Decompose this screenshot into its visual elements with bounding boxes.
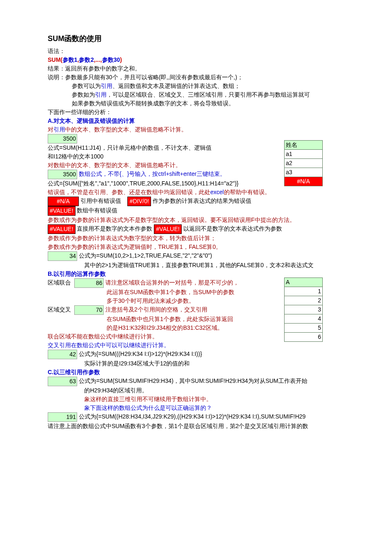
c-val63: 63	[48, 377, 77, 386]
a-bool: 参数或作为参数的计算表达式为逻辑值时，TRUE算1，FALSE算0。	[48, 243, 380, 251]
err-val3-cell: #VALUE!	[154, 224, 182, 234]
a-val2-row: 3500 数组公式，不带{、}号输入，按ctrl+shift+enter三键结束…	[48, 170, 380, 179]
a1-pre: 对	[48, 126, 54, 133]
err-div-txt: 作为参数的计算表达式的结果为错误值	[153, 197, 251, 204]
syntax-label: 语法：	[48, 47, 380, 56]
a-val34: 34	[48, 251, 77, 261]
syntax-arg1: 参数1	[63, 56, 78, 63]
err-val2-txt: 直接用不是数字的文本作参数	[77, 225, 152, 232]
syntax-arg2: 参数2	[79, 56, 94, 63]
tbl2-header: A	[285, 278, 323, 287]
desc-line1: 说明：参数最多只能有30个，并且可以省略(即,,间没有参数或最后有一个,)；	[48, 73, 380, 82]
c-formula63b: 的H29:H34的区域引用。	[48, 386, 380, 395]
a-formula1b: 和I12格中的文本1000	[48, 152, 380, 161]
a-val1: 3500	[48, 134, 77, 144]
c-formula191: 公式为{=SUM((H28:H34,I34,J29:K29),((H29:K34…	[79, 413, 306, 420]
a1-post: 中的文本、数字型的文本、逻辑值忽略不计算。	[65, 126, 187, 133]
syntax-sep2: ,...,	[94, 56, 102, 63]
err-val3-txt: 以返回不是数字的文本表达式作为参数	[183, 225, 282, 232]
err-na-cell: #N/A	[48, 197, 79, 206]
tbl2-r2: 2	[285, 296, 323, 305]
a-err-intro: 错误值，不管是在引用、参数、还是在数组中均返回错误，此处excel的帮助中有错误…	[48, 188, 380, 197]
section-c-title: C.以三维引用作参数	[48, 368, 380, 377]
section-a-title: A.对文本、逻辑值及错误值的计算	[48, 117, 380, 125]
a-formula34b: 其中的2>1为逻辑值TRUE算1，直接参数TRUE算1，其他的FALSE算0，文…	[48, 261, 380, 270]
b-cross-val: 70	[74, 305, 104, 315]
a-err-post: 的帮助中有错误。	[224, 189, 270, 195]
tbl2-r4: 4	[285, 314, 323, 324]
result-line: 结果：返回所有参数中的数字之和。	[48, 64, 380, 73]
a-nontxt: 参数或作为参数的计算表达式为不是数字型的文本，返回错误。要不返回错误用F中提出的…	[48, 216, 380, 224]
tbl1-r1: a1	[285, 150, 323, 159]
syntax-pre: SUM(	[48, 56, 63, 63]
tbl1-header: 姓名	[285, 141, 323, 150]
tbl2-r1: 1	[285, 287, 323, 296]
syntax-post: )	[120, 56, 122, 63]
b-union-t2: 此运算在SUM函数中算1个参数，当SUM中的参数	[48, 288, 380, 297]
a-err-row1: #N/A 引用中有错误值 #DIV/0! 作为参数的计算表达式的结果为错误值	[48, 197, 380, 206]
desc-line3: 参数如为引用，可以是区域联合、区域交叉、三维区域引用，只要引用不再参与数组运算就…	[48, 90, 380, 99]
c-3d-noarr: 象这样的直接三维引用不可继续用于数组计算中。	[48, 395, 380, 404]
b-val42: 42	[48, 350, 77, 359]
a-formula34: 公式为=SUM(10,2>1,1>2,TRUE,FALSE,"2","2"&"0…	[79, 252, 212, 259]
b-cross-t1: 注意括号及2个引用间的空格，交叉引用	[105, 306, 207, 313]
b-cross-t3: 的是H31:K32和I29:J34相交的B31:C32区域。	[48, 324, 380, 332]
desc-l3-ref: 引用	[95, 91, 107, 98]
a-err-row3: #VALUE! 直接用不是数字的文本作参数 #VALUE! 以返回不是数字的文本…	[48, 224, 380, 234]
a-err-excel: excel	[210, 189, 224, 195]
b-union-row: 区域联合 86 请注意区域联合运算外的一对括号，那是不可少的，	[48, 278, 380, 288]
b-formula42b: 实际计算的是I29:I34区域大于12的值的和	[48, 359, 380, 368]
err-na-txt: 引用中有错误值	[80, 197, 121, 204]
section-b-title: B.以引用的运算作参数	[48, 270, 380, 278]
table-names: 姓名 a1 a2 a3 #N/A	[284, 140, 323, 186]
err-val2-cell: #VALUE!	[48, 224, 75, 234]
tbl2-r5: 5	[285, 324, 323, 333]
b-union-t3: 多于30个时可用此法来减少参数。	[48, 297, 380, 305]
tbl1-r2: a2	[285, 159, 323, 168]
desc-line2: 参数可以为引用、返回数值和文本及逻辑值的计算表达式、数组；	[48, 82, 380, 90]
b-union-val: 86	[74, 278, 104, 288]
b-crossarr: 交叉引用在数组公式中可以可以继续进行计算。	[48, 341, 380, 350]
desc-l2-ref: 引用	[101, 83, 112, 89]
a-val1-row: 3500	[48, 134, 380, 144]
a-formula1: 公式=SUM(H11:J14)，只计单元格中的数值，不计文本、逻辑值	[48, 144, 380, 152]
tbl1-r3: a3	[285, 168, 323, 177]
desc-l3-post: ，可以是区域联合、区域交叉、三维区域引用，只要引用不再参与数组运算就可	[107, 91, 310, 98]
table-a: A 1 2 3 4 5 6	[284, 278, 323, 342]
c-val191-row: 191 公式为{=SUM((H28:H34,I34,J29:K29),((H29…	[48, 412, 380, 422]
doc-title: SUM函数的使用	[48, 33, 380, 44]
err-div-cell: #DIV/0!	[127, 197, 151, 206]
tbl1-err: #N/A	[285, 177, 323, 186]
a-arr-note: 数组公式，不带{、}号输入，按ctrl+shift+enter三键结束。	[79, 170, 226, 177]
desc-l3-pre: 参数如为	[72, 91, 95, 98]
c-val63-row: 63 公式为=SUM(SUM:SUMIF!H29:H34)，其中SUM:SUMI…	[48, 377, 380, 386]
b-noarr: 联合区域不能在数组公式中继续进行计算。	[48, 332, 380, 341]
b-union-lbl: 区域联合	[48, 278, 73, 287]
a-numtxt: 参数或作为参数的计算表达式为数字型的文本，转为数值后计算；	[48, 234, 380, 243]
a-err-pre: 错误值，不管是在引用、参数、还是在数组中均返回错误，此处	[48, 189, 210, 195]
detail-intro: 下面作一些详细的分析：	[48, 108, 380, 117]
a-val2: 3500	[48, 170, 77, 179]
a-line2: 对数组中的文本、数字型的文本、逻辑值忽略不计。	[48, 161, 380, 170]
c-note: 请注意上面的数组公式中SUM函数有3个参数，第1个是联合区域引用，第2个是交叉区…	[48, 422, 380, 431]
syntax-arg3: 参数30	[102, 56, 120, 63]
syntax-line: SUM(参数1,参数2,...,参数30)	[48, 56, 380, 64]
b-union-t1: 请注意区域联合运算外的一对括号，那是不可少的，	[105, 279, 239, 286]
desc-l2-post: 、返回数值和文本及逻辑值的计算表达式、数组；	[112, 83, 240, 89]
b-formula42: 公式为{=SUM(((H29:K34 I:I)>12)*(H29:K34 I:I…	[79, 351, 202, 357]
c-why: 象下面这样的数组公式为什么是可以正确运算的？	[48, 404, 380, 412]
tbl2-r6: 6	[285, 333, 323, 342]
b-val42-row: 42 公式为{=SUM(((H29:K34 I:I)>12)*(H29:K34 …	[48, 350, 380, 359]
err-val-cell: #VALUE!	[48, 206, 75, 216]
a1-ref: 引用	[54, 126, 65, 133]
c-formula63: 公式为=SUM(SUM:SUMIF!H29:H34)，其中SUM:SUMIF!H…	[79, 377, 307, 384]
tbl2-r3: 3	[285, 305, 323, 314]
b-cross-t2: 在SUM函数中也只算1个参数，此处实际运算返回	[48, 315, 380, 324]
b-cross-lbl: 区域交叉	[48, 305, 73, 314]
desc-line4: 如果参数为错误值或为不能转换成数字的文本，将会导致错误。	[48, 99, 380, 108]
b-cross-row: 区域交叉 70 注意括号及2个引用间的空格，交叉引用	[48, 305, 380, 315]
a-formula2: 公式={SUM({"姓名","a1","1000",TRUE,2000,FALS…	[48, 179, 380, 188]
a-err-row2: #VALUE! 数组中有错误值	[48, 206, 380, 216]
err-val-txt: 数组中有错误值	[77, 207, 117, 214]
desc-l2-pre: 参数可以为	[72, 83, 101, 89]
